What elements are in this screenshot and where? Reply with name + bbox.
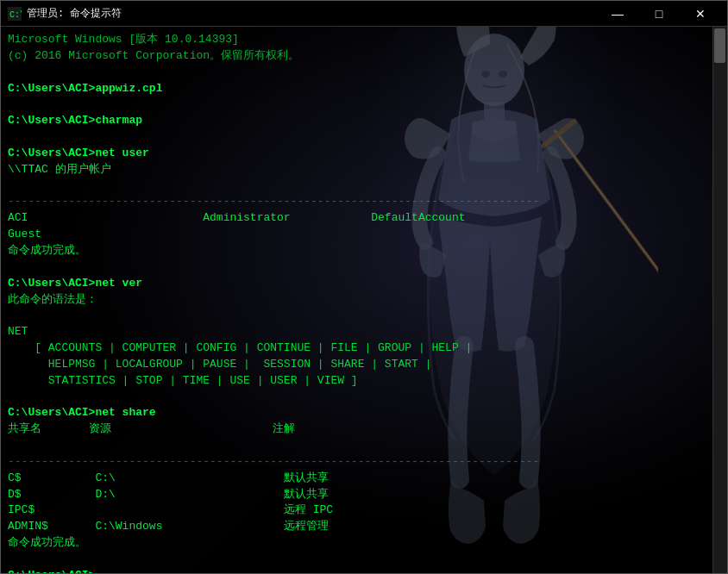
terminal-line: C$ C:\ 默认共享 bbox=[8, 471, 720, 487]
terminal-line: Microsoft Windows [版本 10.0.14393] bbox=[8, 32, 720, 48]
cmd-window: C:\ 管理员: 命令提示符 — □ ✕ bbox=[0, 0, 728, 574]
terminal-line: \\TTAC 的用户帐户 bbox=[8, 162, 720, 178]
terminal-line bbox=[8, 308, 720, 324]
titlebar: C:\ 管理员: 命令提示符 — □ ✕ bbox=[1, 1, 727, 27]
terminal-line: C:\Users\ACI> bbox=[8, 568, 720, 573]
terminal-line bbox=[8, 97, 720, 113]
terminal-line: 此命令的语法是： bbox=[8, 292, 720, 309]
scrollbar[interactable] bbox=[712, 27, 727, 573]
terminal-line bbox=[8, 65, 720, 81]
terminal-line: C:\Users\ACI>appwiz.cpl bbox=[8, 81, 720, 97]
terminal-lines: Microsoft Windows [版本 10.0.14393](c) 201… bbox=[8, 32, 720, 573]
maximize-button[interactable]: □ bbox=[639, 1, 679, 27]
terminal-line: Guest bbox=[8, 227, 720, 243]
terminal-line: C:\Users\ACI>net share bbox=[8, 405, 720, 421]
terminal-line bbox=[8, 552, 720, 568]
terminal-line: NET bbox=[8, 324, 720, 340]
terminal-line: 共享名 资源 注解 bbox=[8, 421, 720, 438]
terminal-line: ----------------------------------------… bbox=[8, 454, 720, 471]
cmd-icon: C:\ bbox=[8, 7, 22, 21]
terminal-line bbox=[8, 259, 720, 276]
scrollbar-thumb[interactable] bbox=[714, 28, 725, 63]
terminal-line bbox=[8, 178, 720, 195]
terminal-line: ----------------------------------------… bbox=[8, 194, 720, 210]
terminal-container[interactable]: Microsoft Windows [版本 10.0.14393](c) 201… bbox=[1, 27, 727, 573]
terminal-line bbox=[8, 129, 720, 146]
terminal-line: STATISTICS | STOP | TIME | USE | USER | … bbox=[8, 373, 720, 390]
terminal-line: [ ACCOUNTS | COMPUTER | CONFIG | CONTINU… bbox=[8, 340, 720, 357]
terminal-line: ACI Administrator DefaultAccount bbox=[8, 210, 720, 227]
window-title: 管理员: 命令提示符 bbox=[27, 6, 598, 21]
terminal-line: ADMIN$ C:\Windows 远程管理 bbox=[8, 519, 720, 535]
terminal-line: C:\Users\ACI>net ver bbox=[8, 276, 720, 292]
terminal-line bbox=[8, 438, 720, 454]
terminal-output[interactable]: Microsoft Windows [版本 10.0.14393](c) 201… bbox=[1, 27, 727, 573]
terminal-line: D$ D:\ 默认共享 bbox=[8, 487, 720, 503]
terminal-line: IPC$ 远程 IPC bbox=[8, 502, 720, 519]
close-button[interactable]: ✕ bbox=[681, 1, 720, 27]
terminal-line: C:\Users\ACI>net user bbox=[8, 146, 720, 162]
terminal-line: 命令成功完成。 bbox=[8, 535, 720, 552]
terminal-line bbox=[8, 390, 720, 406]
terminal-line: 命令成功完成。 bbox=[8, 243, 720, 259]
window-controls: — □ ✕ bbox=[598, 1, 720, 27]
svg-text:C:\: C:\ bbox=[9, 10, 22, 20]
minimize-button[interactable]: — bbox=[598, 1, 637, 27]
terminal-line: HELPMSG | LOCALGROUP | PAUSE | SESSION |… bbox=[8, 357, 720, 373]
terminal-line: C:\Users\ACI>charmap bbox=[8, 113, 720, 129]
terminal-line: (c) 2016 Microsoft Corporation。保留所有权利。 bbox=[8, 48, 720, 65]
